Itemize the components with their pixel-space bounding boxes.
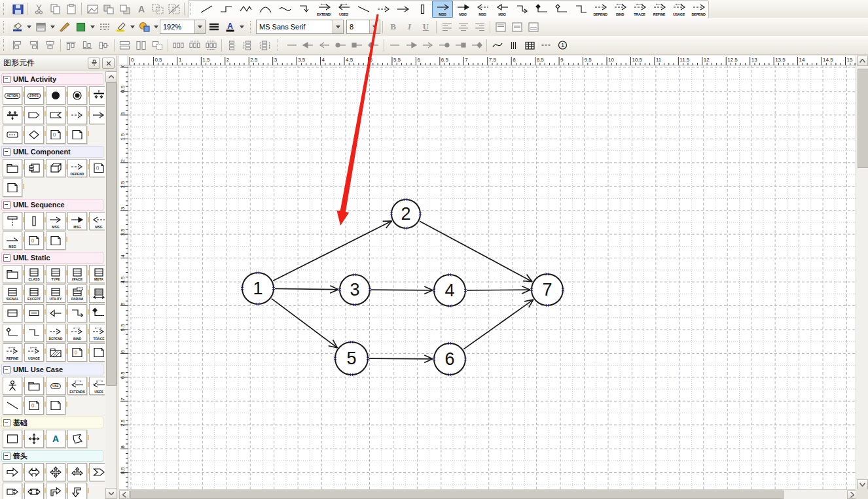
shape-page-note[interactable] — [3, 179, 22, 197]
sidebar-scroll-thumb[interactable] — [106, 82, 117, 386]
shape-usecase-oval[interactable]: USE — [46, 377, 65, 395]
shape-code-note[interactable]: ⟨⟩ — [67, 343, 87, 362]
shape-tri-arrow[interactable] — [67, 463, 87, 481]
node-7[interactable]: 7 — [530, 273, 564, 307]
collapse-icon[interactable] — [3, 201, 10, 209]
section-header-uml-sequence[interactable]: UML Sequence — [1, 199, 103, 211]
text-tool-button[interactable]: A — [133, 1, 149, 17]
same-width-button[interactable] — [117, 37, 133, 53]
font-name-combobox[interactable]: MS Sans Serif — [256, 20, 344, 34]
send-backward-button[interactable] — [117, 1, 133, 17]
begin-arrow-open-button[interactable] — [316, 37, 333, 53]
number-badge-button[interactable]: 1 — [554, 37, 571, 53]
distribute-v3-button[interactable] — [257, 37, 273, 53]
cut-button[interactable] — [30, 1, 46, 17]
shape-classbox[interactable]: TYPE — [46, 265, 65, 283]
conn-refine-button[interactable]: «—»REFINE — [649, 1, 669, 17]
conn-msg-solid-button[interactable]: MSG — [453, 1, 473, 17]
save-button[interactable] — [9, 1, 26, 17]
conn-elbow-diamond-button[interactable] — [532, 1, 551, 17]
conn-elbow-odiamond-button[interactable] — [551, 1, 571, 17]
shape-open-arrow[interactable]: MSG — [46, 212, 65, 230]
shape-classbox[interactable]: META — [89, 265, 105, 283]
conn-msg-open-button[interactable]: MSG — [432, 1, 453, 18]
shape-rectangle-shape[interactable] — [3, 430, 22, 448]
begin-none-button[interactable] — [283, 37, 300, 53]
font-color-button[interactable]: A — [222, 19, 238, 35]
shape-return-arrow[interactable]: MSG — [3, 232, 22, 250]
collapse-icon[interactable] — [3, 254, 10, 262]
align-left-edges-button[interactable] — [9, 37, 26, 53]
pen-color-button[interactable] — [113, 19, 129, 35]
canvas-horizontal-scrollbar[interactable] — [119, 489, 861, 499]
parallel-lines-button[interactable] — [505, 37, 522, 53]
shape-code-note[interactable]: ⟨⟩ — [89, 159, 105, 177]
node-4[interactable]: 4 — [433, 273, 467, 307]
canvas-vscroll-thumb[interactable] — [858, 69, 868, 168]
node-1[interactable]: 1 — [241, 271, 275, 305]
fill-color-button[interactable] — [9, 19, 26, 35]
shape-signal-send-shape[interactable] — [24, 106, 44, 124]
dash-pattern-button[interactable] — [538, 37, 554, 53]
shape-classbox[interactable]: SIGNAL — [3, 284, 22, 303]
shape-page-note[interactable] — [46, 396, 65, 415]
section-header-基础[interactable]: 基础 — [1, 417, 103, 428]
shape-page-note[interactable] — [89, 343, 105, 362]
shape-two-section-box[interactable] — [3, 304, 22, 322]
valign-bottom-button[interactable] — [525, 19, 541, 35]
end-none-button[interactable] — [386, 37, 403, 53]
shape-lifeline[interactable] — [3, 212, 22, 230]
shape-classbox[interactable]: EXCEPT — [24, 284, 44, 303]
align-center-button[interactable] — [455, 19, 471, 35]
toolbar-grip[interactable] — [3, 21, 7, 33]
canvas-scroll-down-icon[interactable] — [857, 479, 868, 490]
conn-curve-button[interactable] — [275, 1, 295, 17]
shape-page-note[interactable] — [67, 126, 87, 144]
gradient-button[interactable] — [33, 19, 49, 35]
conn-activation-button[interactable] — [412, 1, 432, 17]
shape-move-cross[interactable] — [24, 430, 44, 448]
shape-final-state[interactable] — [67, 86, 87, 105]
curved-line-button[interactable] — [489, 37, 505, 53]
distribute-v2-button[interactable] — [240, 37, 257, 53]
ungroup-button[interactable] — [166, 1, 182, 17]
shape-plain-line[interactable] — [3, 396, 22, 415]
shape-code-note[interactable]: ⟨⟩ — [46, 126, 65, 144]
shape-actor[interactable] — [3, 377, 22, 395]
shape-box-arrow-right[interactable] — [3, 483, 22, 499]
align-bottom-edges-button[interactable] — [79, 37, 96, 53]
begin-arrow-solid-button[interactable] — [300, 37, 316, 53]
shape-solid-arrow[interactable] — [89, 106, 105, 124]
bring-forward-button[interactable] — [100, 1, 117, 17]
section-header-uml-component[interactable]: UML Component — [1, 146, 103, 158]
collapse-icon[interactable] — [3, 419, 10, 426]
align-vertical-center-button[interactable] — [42, 37, 58, 53]
shape-xarrow[interactable]: «—»REFINE — [3, 343, 22, 362]
zoom-level-combobox-caret-icon[interactable] — [194, 20, 205, 33]
distribute-v1-button[interactable] — [224, 37, 240, 53]
toolbar-grip[interactable] — [250, 21, 254, 33]
toolbar-grip[interactable] — [3, 3, 7, 15]
conn-msg-return-button[interactable]: MSG — [492, 1, 512, 17]
group-button[interactable] — [149, 1, 166, 17]
section-header-uml-static[interactable]: UML Static — [1, 252, 103, 264]
distribute-h1-button[interactable] — [170, 37, 187, 53]
canvas-hscroll-thumb[interactable] — [130, 490, 784, 499]
collapse-icon[interactable] — [3, 76, 10, 83]
valign-middle-button[interactable] — [509, 19, 525, 35]
sidebar-scrollbar[interactable] — [105, 71, 117, 499]
copy-button[interactable] — [46, 1, 63, 17]
toolbar-grip[interactable] — [190, 3, 194, 15]
shape-dashed-arrow[interactable]: DEPEND — [67, 159, 87, 177]
shape-note-box[interactable] — [3, 126, 22, 144]
shape-corner-arrow-down[interactable] — [67, 483, 87, 499]
edge-1-2[interactable] — [273, 221, 391, 281]
shape-freeform-shape[interactable] — [67, 430, 87, 448]
begin-circle-button[interactable] — [333, 37, 349, 53]
underline-button[interactable]: U — [418, 19, 434, 35]
conn-zigzag-button[interactable] — [236, 1, 255, 17]
shape-join-arrows[interactable] — [3, 106, 22, 124]
shape-xarrow[interactable]: «—»BIND — [67, 324, 87, 342]
shape-shadow-button[interactable] — [136, 19, 153, 35]
distribute-h3-button[interactable] — [203, 37, 219, 53]
